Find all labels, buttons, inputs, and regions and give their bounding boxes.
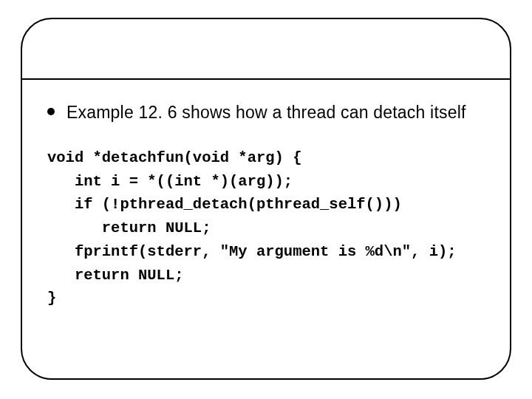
code-line: fprintf(stderr, "My argument is %d\n", i…: [47, 243, 457, 260]
bullet-item: Example 12. 6 shows how a thread can det…: [47, 102, 485, 124]
code-line: return NULL;: [47, 267, 184, 284]
code-line: if (!pthread_detach(pthread_self())): [47, 196, 402, 213]
bullet-dot-icon: [47, 108, 55, 115]
slide-body: Example 12. 6 shows how a thread can det…: [47, 102, 485, 310]
code-line: void *detachfun(void *arg) {: [47, 149, 301, 166]
code-line: int i = *((int *)(arg));: [47, 173, 293, 190]
code-line: return NULL;: [47, 219, 211, 236]
horizontal-rule: [22, 78, 510, 80]
bullet-text: Example 12. 6 shows how a thread can det…: [66, 102, 466, 124]
slide-frame: Example 12. 6 shows how a thread can det…: [21, 18, 511, 380]
code-block: void *detachfun(void *arg) { int i = *((…: [47, 146, 485, 310]
code-line: }: [47, 290, 56, 307]
